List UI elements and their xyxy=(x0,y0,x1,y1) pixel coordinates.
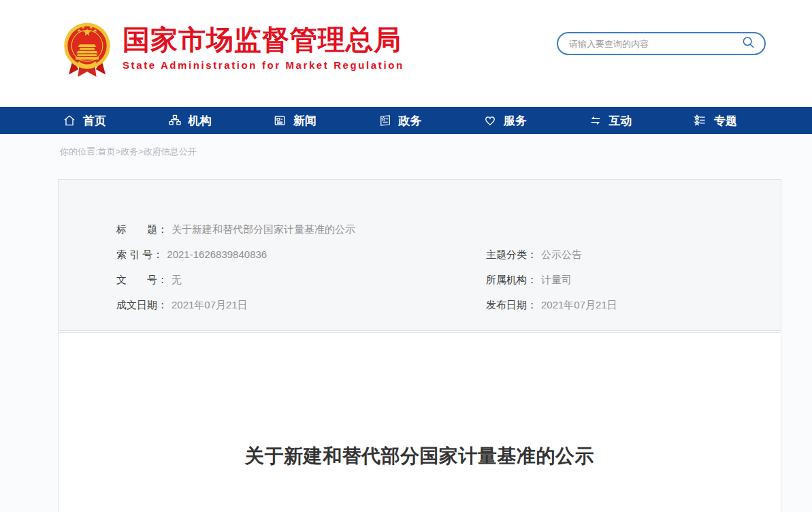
nav-label: 机构 xyxy=(189,113,212,129)
search-input[interactable] xyxy=(569,39,741,49)
breadcrumb-link-home[interactable]: 首页 xyxy=(98,146,116,157)
search-icon xyxy=(741,35,756,52)
meta-row-written-date: 成文日期：2021年07月21日 xyxy=(116,298,486,313)
meta-row-docnum: 文 号：无 xyxy=(116,272,486,287)
logo-link[interactable] xyxy=(61,21,113,80)
news-icon xyxy=(273,114,287,127)
star-list-icon xyxy=(694,114,707,127)
meta-value-docnum: 无 xyxy=(172,274,182,285)
meta-value-category: 公示公告 xyxy=(541,249,582,260)
meta-label-written-date: 成文日期： xyxy=(116,299,167,310)
home-icon xyxy=(63,114,76,127)
gov-doc-icon xyxy=(378,114,392,127)
exchange-arrows-icon xyxy=(589,114,602,127)
meta-value-written-date: 2021年07月21日 xyxy=(172,299,248,310)
nav-label: 专题 xyxy=(714,113,737,129)
search-box xyxy=(557,32,766,55)
article-content: 关于新建和替代部分国家计量基准的公示 xyxy=(58,332,781,512)
breadcrumb-link-info[interactable]: 政府信息公开 xyxy=(144,146,197,157)
meta-label-agency: 所属机构： xyxy=(486,274,537,285)
meta-label-category: 主题分类： xyxy=(486,249,537,260)
meta-row-publish-date: 发布日期：2021年07月21日 xyxy=(486,298,753,313)
meta-row-index: 索 引 号：2021-1626839840836 xyxy=(116,247,486,262)
nav-item-news[interactable]: 新闻 xyxy=(273,113,316,129)
document-meta-panel: 标 题：关于新建和替代部分国家计量基准的公示 索 引 号：2021-162683… xyxy=(58,179,781,331)
org-chart-icon xyxy=(168,114,182,127)
meta-label-index: 索 引 号： xyxy=(116,249,163,260)
page: 国家市场监督管理总局 State Administration for Mark… xyxy=(0,0,812,512)
meta-row-spacer xyxy=(486,222,753,237)
nav-label: 服务 xyxy=(504,113,527,129)
brand-subtitle: State Administration for Market Regulati… xyxy=(123,59,404,71)
nav-item-service[interactable]: 服务 xyxy=(483,113,527,129)
brand-block[interactable]: 国家市场监督管理总局 State Administration for Mark… xyxy=(123,25,404,71)
nav-item-gov[interactable]: 政务 xyxy=(378,113,422,129)
article-title: 关于新建和替代部分国家计量基准的公示 xyxy=(59,333,781,469)
meta-label-title: 标 题： xyxy=(116,223,167,235)
nav-label: 新闻 xyxy=(293,113,316,129)
breadcrumb-separator: > xyxy=(138,146,144,157)
nav-item-org[interactable]: 机构 xyxy=(168,113,212,129)
heart-icon xyxy=(483,114,497,127)
nav-label: 首页 xyxy=(83,113,106,129)
nav-label: 互动 xyxy=(609,113,632,129)
nav-item-interact[interactable]: 互动 xyxy=(589,113,632,129)
meta-row-agency: 所属机构：计量司 xyxy=(486,272,753,287)
meta-row-title: 标 题：关于新建和替代部分国家计量基准的公示 xyxy=(116,222,486,237)
nav-item-topic[interactable]: 专题 xyxy=(694,113,737,129)
meta-row-category: 主题分类：公示公告 xyxy=(486,247,753,262)
breadcrumb-link-gov[interactable]: 政务 xyxy=(120,146,138,157)
site-header: 国家市场监督管理总局 State Administration for Mark… xyxy=(0,0,812,107)
search-button[interactable] xyxy=(741,36,756,51)
meta-value-title: 关于新建和替代部分国家计量基准的公示 xyxy=(172,223,355,235)
meta-value-index: 2021-1626839840836 xyxy=(167,249,267,260)
meta-value-publish-date: 2021年07月21日 xyxy=(541,299,617,310)
meta-value-agency: 计量司 xyxy=(541,274,572,285)
national-emblem-icon xyxy=(61,70,113,82)
breadcrumb-prefix: 你的位置: xyxy=(60,146,98,157)
nav-item-home[interactable]: 首页 xyxy=(63,113,106,129)
nav-label: 政务 xyxy=(399,113,422,129)
main-nav: 首页 机构 xyxy=(0,107,812,134)
breadcrumb: 你的位置:首页>政务>政府信息公开 xyxy=(0,134,812,158)
meta-label-publish-date: 发布日期： xyxy=(486,299,537,310)
brand-title: 国家市场监督管理总局 xyxy=(123,25,404,54)
meta-label-docnum: 文 号： xyxy=(116,274,167,285)
